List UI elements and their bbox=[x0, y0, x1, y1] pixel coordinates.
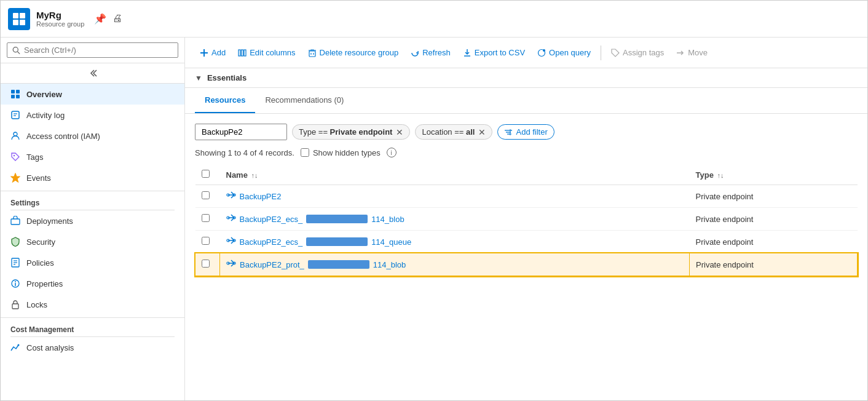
type-sort-icon: ↑↓ bbox=[717, 172, 724, 179]
svg-rect-3 bbox=[20, 20, 25, 25]
essentials-bar[interactable]: ▼ Essentials bbox=[185, 68, 867, 88]
row2-link[interactable]: BackupPE2_ecs_114_blob bbox=[226, 213, 684, 225]
table-row: BackupPE2 Private endpoint bbox=[195, 185, 858, 208]
sidebar-item-tags[interactable]: Tags bbox=[1, 146, 184, 167]
type-filter-remove[interactable]: ✕ bbox=[396, 128, 403, 137]
row3-name-suffix: 114_queue bbox=[371, 237, 411, 247]
svg-rect-8 bbox=[11, 95, 15, 98]
hidden-types-info-icon[interactable]: i bbox=[387, 148, 397, 157]
row4-checkbox[interactable] bbox=[202, 260, 210, 268]
delete-button[interactable]: Delete resource group bbox=[303, 45, 404, 60]
svg-point-38 bbox=[543, 49, 545, 52]
main-content: Add Edit columns bbox=[185, 38, 867, 400]
row1-link[interactable]: BackupPE2 bbox=[226, 190, 684, 202]
svg-point-4 bbox=[13, 47, 18, 52]
pin-icon[interactable]: 📌 bbox=[94, 13, 106, 25]
sidebar-item-overview[interactable]: Overview bbox=[1, 84, 184, 105]
show-hidden-text: Show hidden types bbox=[313, 148, 381, 157]
tags-icon bbox=[10, 152, 20, 162]
toolbar-divider bbox=[601, 46, 601, 60]
select-all-checkbox[interactable] bbox=[202, 170, 210, 178]
sidebar-item-events[interactable]: Events bbox=[1, 167, 184, 188]
plus-icon bbox=[200, 49, 208, 57]
table-row: BackupPE2_ecs_114_queue Private endpoint bbox=[195, 231, 858, 253]
sidebar-search-box[interactable] bbox=[7, 42, 178, 58]
tab-recommendations[interactable]: Recommendations (0) bbox=[255, 88, 353, 113]
row3-type-cell: Private endpoint bbox=[690, 231, 858, 253]
row2-checkbox-cell[interactable] bbox=[195, 208, 220, 231]
sidebar-label-iam: Access control (IAM) bbox=[26, 132, 100, 141]
refresh-button[interactable]: Refresh bbox=[406, 45, 456, 60]
row3-link[interactable]: BackupPE2_ecs_114_queue bbox=[226, 236, 684, 248]
cost-analysis-icon bbox=[10, 343, 20, 352]
sidebar: Overview Activity log bbox=[1, 38, 185, 400]
svg-point-14 bbox=[14, 155, 15, 156]
records-count: Showing 1 to 4 of 4 records. bbox=[195, 148, 294, 157]
app-title: MyRg Resource group bbox=[36, 10, 84, 28]
search-input[interactable] bbox=[24, 46, 173, 55]
filter-bar: Type == Private endpoint ✕ Location == a… bbox=[195, 124, 858, 140]
show-hidden-label[interactable]: Show hidden types bbox=[301, 148, 381, 157]
export-csv-button[interactable]: Export to CSV bbox=[458, 45, 530, 60]
essentials-chevron-icon: ▼ bbox=[195, 74, 202, 82]
type-column-header[interactable]: Type ↑↓ bbox=[690, 165, 858, 185]
svg-rect-16 bbox=[11, 219, 20, 224]
row3-type: Private endpoint bbox=[696, 237, 754, 247]
open-query-button[interactable]: Open query bbox=[532, 45, 596, 60]
add-filter-button[interactable]: Add filter bbox=[497, 124, 554, 140]
svg-point-23 bbox=[15, 281, 16, 282]
resource-group-subtitle: Resource group bbox=[36, 20, 84, 28]
settings-section-label: Settings bbox=[1, 191, 184, 210]
row2-checkbox[interactable] bbox=[202, 214, 210, 222]
table-row: BackupPE2_ecs_114_blob Private endpoint bbox=[195, 208, 858, 231]
type-filter-chip: Type == Private endpoint ✕ bbox=[292, 124, 410, 140]
table-row: BackupPE2_prot_114_blob Private endpoint bbox=[195, 253, 858, 276]
select-all-header[interactable] bbox=[195, 165, 220, 185]
print-icon[interactable]: 🖨 bbox=[112, 13, 122, 25]
svg-rect-9 bbox=[16, 95, 20, 98]
essentials-label: Essentials bbox=[207, 73, 247, 82]
row2-type: Private endpoint bbox=[696, 215, 754, 224]
move-button[interactable]: Move bbox=[671, 45, 712, 60]
name-column-header[interactable]: Name ↑↓ bbox=[220, 165, 690, 185]
svg-rect-10 bbox=[12, 111, 19, 119]
show-hidden-checkbox[interactable] bbox=[301, 148, 309, 157]
resource-group-name: MyRg bbox=[36, 10, 84, 20]
svg-point-13 bbox=[14, 132, 17, 136]
tab-resources[interactable]: Resources bbox=[195, 88, 255, 113]
private-endpoint-icon-3 bbox=[226, 236, 236, 248]
svg-rect-31 bbox=[309, 51, 315, 57]
add-button[interactable]: Add bbox=[195, 45, 231, 60]
sidebar-collapse-btn[interactable] bbox=[1, 63, 184, 84]
sidebar-item-policies[interactable]: Policies bbox=[1, 252, 184, 273]
location-filter-remove[interactable]: ✕ bbox=[478, 128, 486, 137]
sidebar-label-locks: Locks bbox=[26, 300, 47, 309]
filter-search-input[interactable] bbox=[195, 124, 287, 140]
row2-name-prefix: BackupPE2_ecs_ bbox=[240, 215, 303, 224]
row2-name-suffix: 114_blob bbox=[371, 215, 404, 224]
iam-icon bbox=[10, 131, 20, 141]
sidebar-search-area[interactable] bbox=[1, 38, 184, 63]
row3-checkbox[interactable] bbox=[202, 237, 210, 245]
locks-icon bbox=[10, 300, 20, 309]
row1-name-cell: BackupPE2 bbox=[220, 185, 690, 208]
assign-tags-button[interactable]: Assign tags bbox=[606, 45, 669, 60]
row1-checkbox[interactable] bbox=[202, 191, 210, 199]
sidebar-label-security: Security bbox=[26, 237, 55, 247]
row3-checkbox-cell[interactable] bbox=[195, 231, 220, 253]
sidebar-item-security[interactable]: Security bbox=[1, 231, 184, 252]
sidebar-item-activity-log[interactable]: Activity log bbox=[1, 105, 184, 125]
sidebar-item-cost-analysis[interactable]: Cost analysis bbox=[1, 337, 184, 358]
security-icon bbox=[10, 237, 20, 247]
sidebar-item-properties[interactable]: Properties bbox=[1, 273, 184, 294]
sidebar-item-locks[interactable]: Locks bbox=[1, 294, 184, 315]
sidebar-label-events: Events bbox=[26, 173, 51, 183]
row1-checkbox-cell[interactable] bbox=[195, 185, 220, 208]
row4-link[interactable]: BackupPE2_prot_114_blob bbox=[226, 258, 683, 271]
sidebar-label-tags: Tags bbox=[26, 153, 43, 162]
sidebar-item-deployments[interactable]: Deployments bbox=[1, 210, 184, 231]
row4-checkbox-cell[interactable] bbox=[195, 253, 220, 276]
sidebar-item-iam[interactable]: Access control (IAM) bbox=[1, 125, 184, 146]
edit-columns-button[interactable]: Edit columns bbox=[233, 45, 300, 60]
sidebar-label-cost-analysis: Cost analysis bbox=[26, 343, 74, 352]
